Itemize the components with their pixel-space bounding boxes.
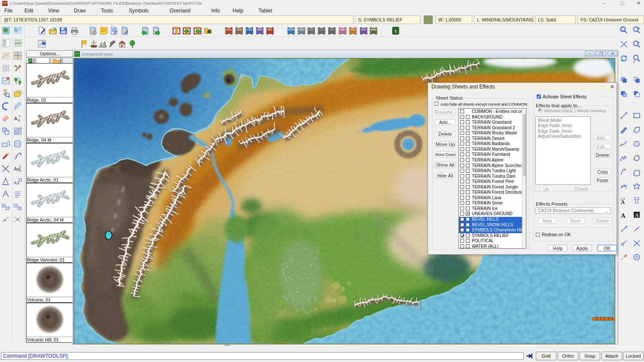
svg-text:SMC: SMC xyxy=(340,28,345,31)
svg-text:CD3: CD3 xyxy=(247,28,252,31)
svg-text:GS4: GS4 xyxy=(309,28,314,31)
svg-text:CC3: CC3 xyxy=(237,28,241,31)
svg-text:993: 993 xyxy=(3,44,6,46)
svg-text:WW2: WW2 xyxy=(371,28,376,31)
svg-text:COS3: COS3 xyxy=(288,28,295,31)
svg-text:DD3: DD3 xyxy=(257,28,262,31)
svg-text:x,y: x,y xyxy=(14,180,19,185)
svg-text:A: A xyxy=(621,199,625,205)
svg-text:Aa: Aa xyxy=(14,167,20,171)
svg-text:A: A xyxy=(14,116,18,121)
svg-text:A: A xyxy=(621,212,626,219)
svg-text:A: A xyxy=(635,212,639,218)
svg-text:CC3: CC3 xyxy=(299,28,304,31)
svg-text:TTC: TTC xyxy=(351,28,355,31)
svg-text:1: 1 xyxy=(395,28,397,33)
svg-text:GS5: GS5 xyxy=(319,28,324,31)
svg-text:GS6: GS6 xyxy=(329,28,334,31)
svg-text:a: a xyxy=(18,118,20,122)
svg-text:Activate Sheet Effects: Activate Sheet Effects xyxy=(543,94,587,99)
svg-text:DJT: DJT xyxy=(361,28,366,31)
svg-text:D10: D10 xyxy=(268,28,272,31)
svg-text:CC3+: CC3+ xyxy=(226,28,232,31)
